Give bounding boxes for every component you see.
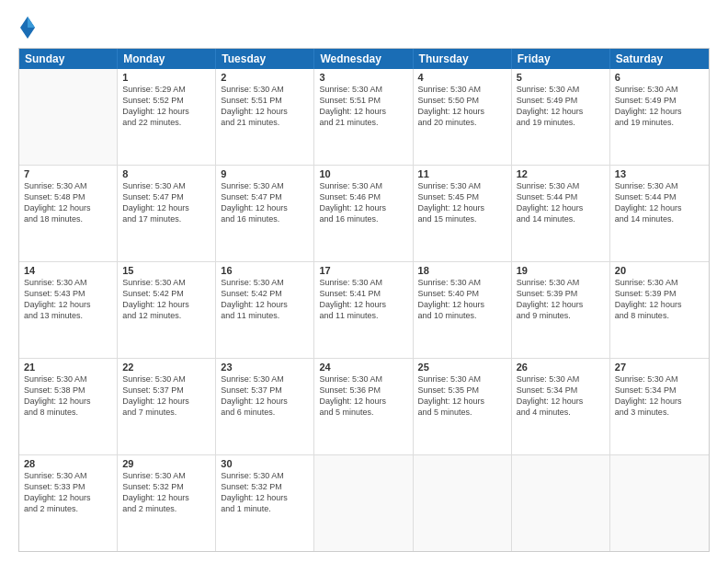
day-cell-6: 6Sunrise: 5:30 AM Sunset: 5:49 PM Daylig… [610,69,709,165]
day-info: Sunrise: 5:30 AM Sunset: 5:50 PM Dayligh… [418,84,506,129]
page: SundayMondayTuesdayWednesdayThursdayFrid… [0,0,728,563]
day-info: Sunrise: 5:30 AM Sunset: 5:46 PM Dayligh… [319,180,407,225]
week-row-2: 7Sunrise: 5:30 AM Sunset: 5:48 PM Daylig… [19,166,709,262]
header [18,15,710,40]
day-info: Sunrise: 5:30 AM Sunset: 5:47 PM Dayligh… [122,180,210,225]
day-info: Sunrise: 5:30 AM Sunset: 5:47 PM Dayligh… [221,180,309,225]
week-row-4: 21Sunrise: 5:30 AM Sunset: 5:38 PM Dayli… [19,359,709,455]
day-info: Sunrise: 5:30 AM Sunset: 5:33 PM Dayligh… [24,470,112,515]
empty-cell [314,455,413,551]
day-cell-27: 27Sunrise: 5:30 AM Sunset: 5:34 PM Dayli… [610,359,709,454]
day-cell-13: 13Sunrise: 5:30 AM Sunset: 5:44 PM Dayli… [610,166,709,261]
day-number: 17 [319,265,407,276]
day-number: 18 [418,265,506,276]
day-info: Sunrise: 5:30 AM Sunset: 5:37 PM Dayligh… [122,373,210,419]
day-info: Sunrise: 5:30 AM Sunset: 5:34 PM Dayligh… [615,373,704,419]
day-cell-23: 23Sunrise: 5:30 AM Sunset: 5:37 PM Dayli… [216,359,314,454]
day-info: Sunrise: 5:30 AM Sunset: 5:39 PM Dayligh… [615,277,704,322]
day-cell-18: 18Sunrise: 5:30 AM Sunset: 5:40 PM Dayli… [414,262,512,358]
day-number: 21 [24,362,112,373]
day-info: Sunrise: 5:30 AM Sunset: 5:34 PM Dayligh… [517,373,605,419]
day-cell-4: 4Sunrise: 5:30 AM Sunset: 5:50 PM Daylig… [414,69,512,165]
day-cell-21: 21Sunrise: 5:30 AM Sunset: 5:38 PM Dayli… [19,359,118,454]
header-day-tuesday: Tuesday [216,49,314,69]
day-info: Sunrise: 5:30 AM Sunset: 5:42 PM Dayligh… [122,277,210,322]
day-cell-24: 24Sunrise: 5:30 AM Sunset: 5:36 PM Dayli… [314,359,413,454]
day-info: Sunrise: 5:30 AM Sunset: 5:44 PM Dayligh… [615,180,704,225]
day-cell-7: 7Sunrise: 5:30 AM Sunset: 5:48 PM Daylig… [19,166,118,261]
day-info: Sunrise: 5:30 AM Sunset: 5:49 PM Dayligh… [517,84,605,129]
day-number: 3 [319,72,407,83]
day-cell-2: 2Sunrise: 5:30 AM Sunset: 5:51 PM Daylig… [216,69,314,165]
day-cell-30: 30Sunrise: 5:30 AM Sunset: 5:32 PM Dayli… [216,455,314,551]
day-number: 26 [517,362,605,373]
day-info: Sunrise: 5:30 AM Sunset: 5:35 PM Dayligh… [418,373,506,419]
day-cell-15: 15Sunrise: 5:30 AM Sunset: 5:42 PM Dayli… [118,262,216,358]
day-cell-22: 22Sunrise: 5:30 AM Sunset: 5:37 PM Dayli… [118,359,216,454]
calendar: SundayMondayTuesdayWednesdayThursdayFrid… [18,48,710,552]
day-number: 27 [615,362,704,373]
day-cell-10: 10Sunrise: 5:30 AM Sunset: 5:46 PM Dayli… [314,166,413,261]
header-day-sunday: Sunday [19,49,118,69]
day-number: 2 [221,72,309,83]
day-info: Sunrise: 5:30 AM Sunset: 5:43 PM Dayligh… [24,277,112,322]
day-number: 23 [221,362,309,373]
day-number: 7 [24,168,112,179]
day-info: Sunrise: 5:30 AM Sunset: 5:37 PM Dayligh… [221,373,309,419]
day-cell-5: 5Sunrise: 5:30 AM Sunset: 5:49 PM Daylig… [512,69,610,165]
day-cell-29: 29Sunrise: 5:30 AM Sunset: 5:32 PM Dayli… [118,455,216,551]
day-number: 20 [615,265,704,276]
day-number: 14 [24,265,112,276]
day-cell-19: 19Sunrise: 5:30 AM Sunset: 5:39 PM Dayli… [512,262,610,358]
day-cell-25: 25Sunrise: 5:30 AM Sunset: 5:35 PM Dayli… [414,359,512,454]
header-day-saturday: Saturday [610,49,709,69]
day-number: 28 [24,458,112,469]
day-number: 12 [517,168,605,179]
logo-icon [18,15,37,40]
svg-marker-1 [28,17,35,28]
day-cell-20: 20Sunrise: 5:30 AM Sunset: 5:39 PM Dayli… [610,262,709,358]
day-cell-9: 9Sunrise: 5:30 AM Sunset: 5:47 PM Daylig… [216,166,314,261]
day-number: 6 [615,72,704,83]
day-number: 9 [221,168,309,179]
day-info: Sunrise: 5:30 AM Sunset: 5:48 PM Dayligh… [24,180,112,225]
day-info: Sunrise: 5:30 AM Sunset: 5:39 PM Dayligh… [517,277,605,322]
day-cell-28: 28Sunrise: 5:30 AM Sunset: 5:33 PM Dayli… [19,455,118,551]
empty-cell [610,455,709,551]
day-cell-11: 11Sunrise: 5:30 AM Sunset: 5:45 PM Dayli… [414,166,512,261]
empty-cell [512,455,610,551]
day-number: 13 [615,168,704,179]
day-cell-17: 17Sunrise: 5:30 AM Sunset: 5:41 PM Dayli… [314,262,413,358]
empty-cell [19,69,118,165]
day-cell-16: 16Sunrise: 5:30 AM Sunset: 5:42 PM Dayli… [216,262,314,358]
day-number: 19 [517,265,605,276]
day-info: Sunrise: 5:30 AM Sunset: 5:44 PM Dayligh… [517,180,605,225]
day-number: 22 [122,362,210,373]
day-info: Sunrise: 5:30 AM Sunset: 5:51 PM Dayligh… [221,84,309,129]
day-number: 15 [122,265,210,276]
day-cell-8: 8Sunrise: 5:30 AM Sunset: 5:47 PM Daylig… [118,166,216,261]
day-info: Sunrise: 5:30 AM Sunset: 5:45 PM Dayligh… [418,180,506,225]
day-number: 25 [418,362,506,373]
day-number: 30 [221,458,309,469]
week-row-1: 1Sunrise: 5:29 AM Sunset: 5:52 PM Daylig… [19,69,709,166]
day-number: 11 [418,168,506,179]
day-info: Sunrise: 5:30 AM Sunset: 5:40 PM Dayligh… [418,277,506,322]
header-day-monday: Monday [118,49,216,69]
header-day-wednesday: Wednesday [314,49,413,69]
day-info: Sunrise: 5:30 AM Sunset: 5:32 PM Dayligh… [221,470,309,515]
day-info: Sunrise: 5:30 AM Sunset: 5:32 PM Dayligh… [122,470,210,515]
day-cell-12: 12Sunrise: 5:30 AM Sunset: 5:44 PM Dayli… [512,166,610,261]
empty-cell [414,455,512,551]
header-day-friday: Friday [512,49,610,69]
day-number: 1 [122,72,210,83]
week-row-3: 14Sunrise: 5:30 AM Sunset: 5:43 PM Dayli… [19,262,709,359]
day-info: Sunrise: 5:30 AM Sunset: 5:49 PM Dayligh… [615,84,704,129]
day-number: 24 [319,362,407,373]
day-number: 5 [517,72,605,83]
day-info: Sunrise: 5:29 AM Sunset: 5:52 PM Dayligh… [122,84,210,129]
day-cell-1: 1Sunrise: 5:29 AM Sunset: 5:52 PM Daylig… [118,69,216,165]
week-row-5: 28Sunrise: 5:30 AM Sunset: 5:33 PM Dayli… [19,455,709,551]
day-info: Sunrise: 5:30 AM Sunset: 5:42 PM Dayligh… [221,277,309,322]
day-info: Sunrise: 5:30 AM Sunset: 5:51 PM Dayligh… [319,84,407,129]
